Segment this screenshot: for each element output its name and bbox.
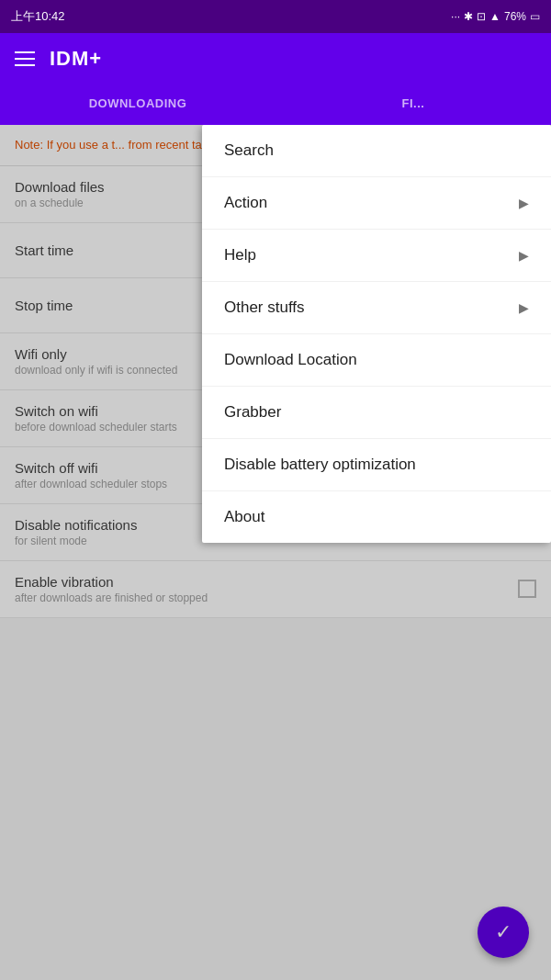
wifi-icon: ▲ — [489, 10, 500, 23]
hamburger-line-2 — [15, 58, 35, 60]
hamburger-line-1 — [15, 51, 35, 53]
menu-item-search[interactable]: Search — [202, 125, 551, 177]
menu-item-disable-battery[interactable]: Disable battery optimization — [202, 439, 551, 491]
menu-other-stuffs-arrow: ▶ — [519, 300, 529, 315]
menu-item-action[interactable]: Action ▶ — [202, 177, 551, 230]
menu-download-location-label: Download Location — [224, 351, 357, 369]
main-content: Note: If you use a t... from recent task… — [0, 125, 551, 980]
status-time: 上午10:42 — [11, 8, 65, 25]
hamburger-button[interactable] — [15, 51, 35, 66]
menu-about-label: About — [224, 508, 264, 526]
menu-help-label: Help — [224, 246, 256, 265]
hamburger-line-3 — [15, 64, 35, 66]
menu-grabber-label: Grabber — [224, 403, 281, 422]
menu-item-download-location[interactable]: Download Location — [202, 334, 551, 387]
menu-search-label: Search — [224, 141, 274, 160]
status-bar: 上午10:42 ··· ✱ ⊡ ▲ 76% ▭ — [0, 0, 551, 33]
tab-fi-label: FI... — [402, 96, 425, 110]
menu-action-label: Action — [224, 194, 267, 212]
battery-text: 76% — [504, 10, 526, 23]
menu-other-stuffs-label: Other stuffs — [224, 299, 305, 317]
menu-item-grabber[interactable]: Grabber — [202, 387, 551, 439]
tab-downloading-label: DOWNLOADING — [89, 96, 187, 110]
menu-item-help[interactable]: Help ▶ — [202, 230, 551, 282]
tab-bar: DOWNLOADING FI... — [0, 84, 551, 125]
menu-disable-battery-label: Disable battery optimization — [224, 456, 416, 474]
bluetooth-icon: ✱ — [464, 10, 473, 23]
menu-item-about[interactable]: About — [202, 491, 551, 543]
status-icons: ··· ✱ ⊡ ▲ 76% ▭ — [451, 10, 540, 23]
tab-fi[interactable]: FI... — [276, 84, 551, 125]
dots-icon: ··· — [451, 10, 460, 23]
screenshot-icon: ⊡ — [477, 10, 486, 23]
menu-help-arrow: ▶ — [519, 248, 529, 263]
menu-item-other-stuffs[interactable]: Other stuffs ▶ — [202, 282, 551, 334]
toolbar: IDM+ — [0, 33, 551, 84]
battery-icon: ▭ — [530, 10, 540, 23]
app-title: IDM+ — [50, 47, 102, 71]
tab-downloading[interactable]: DOWNLOADING — [0, 84, 276, 125]
menu-action-arrow: ▶ — [519, 196, 529, 210]
dropdown-menu: Search Action ▶ Help ▶ Other stuffs ▶ Do… — [202, 125, 551, 543]
